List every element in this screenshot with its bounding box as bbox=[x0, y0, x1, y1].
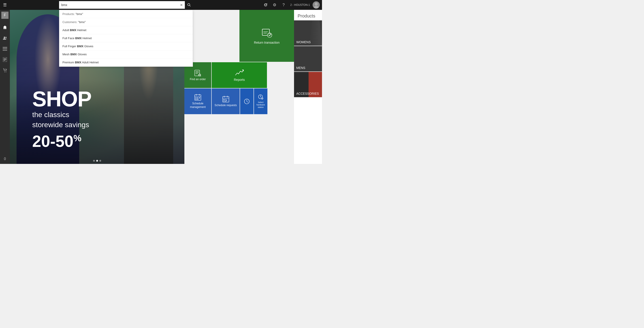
search-input[interactable] bbox=[59, 1, 193, 9]
search-container: ✕ bbox=[59, 1, 193, 9]
product-tile-mens[interactable]: MENS bbox=[294, 46, 322, 72]
svg-point-5 bbox=[4, 37, 5, 38]
products-panel: Products WOMENS MENS ACCESSORIES bbox=[294, 10, 322, 164]
cart-count: 0 bbox=[4, 157, 6, 161]
reports-icon bbox=[235, 69, 244, 76]
svg-rect-9 bbox=[3, 50, 7, 51]
clock-list-icon bbox=[258, 94, 264, 100]
search-clear-button[interactable]: ✕ bbox=[178, 1, 185, 9]
suggestion-mesh-bmx-gloves[interactable]: Mesh BMX Gloves bbox=[59, 50, 193, 59]
svg-rect-28 bbox=[199, 97, 200, 98]
hero-discount: 20-50% bbox=[32, 132, 173, 150]
return-transaction-label: Return transaction bbox=[252, 41, 281, 44]
return-transaction-icon bbox=[261, 27, 272, 39]
find-order-icon bbox=[194, 69, 202, 76]
suggestion-products[interactable]: Products: "bmx" bbox=[59, 10, 193, 18]
sidebar-item-orders[interactable] bbox=[0, 55, 10, 65]
return-transaction-tile[interactable]: Return transaction bbox=[240, 10, 294, 62]
settings-button[interactable]: ⚙ bbox=[270, 0, 278, 10]
sidebar: F 0 bbox=[0, 10, 10, 164]
svg-line-20 bbox=[200, 76, 201, 76]
search-go-button[interactable] bbox=[185, 1, 193, 9]
svg-rect-13 bbox=[4, 60, 5, 61]
suggestion-customers[interactable]: Customers: "bmx" bbox=[59, 18, 193, 26]
svg-rect-8 bbox=[3, 49, 7, 49]
suggestion-full-finger-bmx-gloves[interactable]: Full Finger BMX Gloves bbox=[59, 42, 193, 50]
sidebar-item-count: 0 bbox=[0, 154, 10, 164]
svg-point-3 bbox=[314, 3, 318, 6]
svg-rect-11 bbox=[4, 59, 6, 59]
products-panel-title: Products bbox=[294, 10, 322, 20]
search-dropdown: Products: "bmx" Customers: "bmx" Adult B… bbox=[59, 10, 193, 67]
svg-rect-7 bbox=[3, 47, 7, 48]
svg-rect-12 bbox=[4, 59, 6, 60]
product-tile-womens[interactable]: WOMENS bbox=[294, 20, 322, 46]
svg-rect-30 bbox=[197, 99, 198, 100]
help-button[interactable]: ? bbox=[280, 0, 288, 10]
svg-point-15 bbox=[6, 72, 6, 72]
schedule-requests-icon bbox=[222, 96, 229, 102]
suggestion-adult-bmx-helmet[interactable]: Adult BMX Helmet bbox=[59, 26, 193, 34]
product-tile-accessories[interactable]: ACCESSORIES bbox=[294, 72, 322, 98]
accessories-label: ACCESSORIES bbox=[296, 92, 319, 95]
hero-title: SHOP bbox=[32, 88, 173, 110]
sidebar-item-cart[interactable] bbox=[0, 65, 10, 75]
reports-label: Reports bbox=[232, 78, 246, 82]
select-hardware-tile-1[interactable] bbox=[240, 88, 254, 114]
svg-point-6 bbox=[6, 37, 7, 38]
hero-subtitle-1: the classics bbox=[32, 110, 173, 120]
svg-rect-36 bbox=[225, 99, 226, 100]
suggestion-full-face-bmx-helmet[interactable]: Full Face BMX Helmet bbox=[59, 34, 193, 42]
schedule-management-label: Schedule management bbox=[184, 102, 211, 109]
sidebar-item-home[interactable] bbox=[0, 22, 10, 32]
schedule-management-tile[interactable]: Schedule management bbox=[184, 88, 211, 114]
svg-rect-35 bbox=[224, 99, 224, 100]
find-order-label: Find an order bbox=[188, 78, 208, 81]
svg-point-14 bbox=[4, 72, 5, 72]
hero-overlay: SHOP the classics storewide savings 20-5… bbox=[10, 79, 184, 164]
store-label: 2 - HOUSTON-1 bbox=[290, 3, 310, 7]
store-f-button[interactable]: F bbox=[1, 12, 8, 19]
svg-rect-29 bbox=[196, 99, 196, 100]
svg-point-0 bbox=[188, 4, 190, 6]
mens-label: MENS bbox=[296, 66, 305, 70]
clock-icon-1 bbox=[244, 99, 250, 104]
reports-tile[interactable]: Reports bbox=[212, 62, 267, 88]
svg-rect-37 bbox=[224, 101, 224, 101]
suggestion-premium-bmx-helmet[interactable]: Premium BMX Adult Helmet bbox=[59, 59, 193, 67]
select-hardware-label: Select hardware station bbox=[254, 101, 268, 108]
search-icons: ✕ bbox=[178, 1, 193, 9]
search-icon bbox=[187, 3, 191, 7]
hamburger-menu-button[interactable]: ☰ bbox=[0, 0, 10, 10]
refresh-button[interactable] bbox=[262, 0, 270, 10]
schedule-management-icon bbox=[194, 94, 201, 101]
tiles-section: Return transaction Find an order bbox=[184, 10, 294, 164]
select-hardware-tile-2[interactable]: Select hardware station bbox=[254, 88, 268, 114]
user-avatar[interactable] bbox=[312, 1, 320, 9]
sidebar-item-menu[interactable] bbox=[0, 44, 10, 54]
svg-rect-27 bbox=[197, 97, 198, 98]
schedule-requests-label: Schedule requests bbox=[213, 104, 238, 107]
top-bar-right: ⚙ ? 2 - HOUSTON-1 bbox=[262, 0, 322, 10]
hero-subtitle-2: storewide savings bbox=[32, 120, 173, 130]
top-bar: ☰ ✕ ⚙ ? 2 - HOUSTON-1 bbox=[0, 0, 322, 10]
sidebar-item-customers[interactable] bbox=[0, 33, 10, 43]
schedule-requests-tile[interactable]: Schedule requests bbox=[212, 88, 240, 114]
svg-rect-26 bbox=[196, 97, 196, 98]
svg-line-1 bbox=[190, 6, 191, 7]
womens-label: WOMENS bbox=[296, 40, 311, 44]
